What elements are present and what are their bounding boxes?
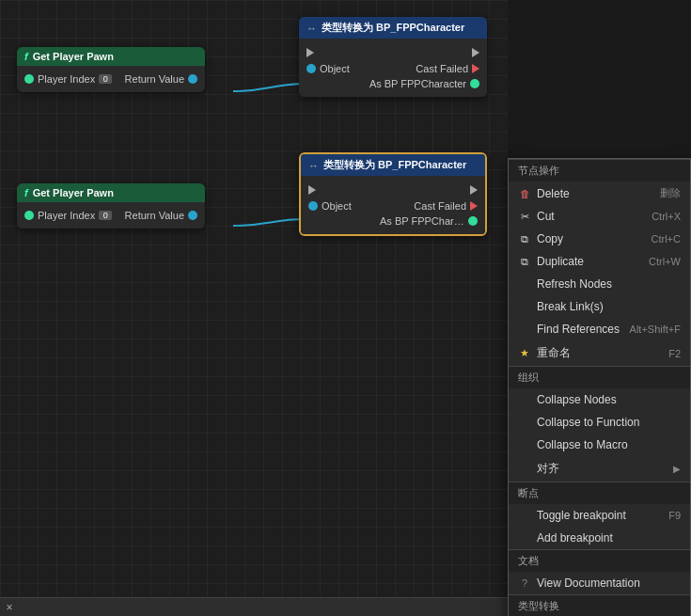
cast-title-1: 类型转换为 BP_FPPCharacter [322,21,464,35]
object-in-pin-2 [308,201,318,211]
align-icon [518,463,531,476]
cast-failed-pin-1 [472,64,479,73]
refresh-icon [518,277,531,291]
exec-out-pin-2 [470,185,478,195]
node-header-2: f Get Player Pawn [17,183,205,202]
ctx-collapse-macro[interactable]: Collapse to Macro [509,434,690,456]
cast-exec-row-1 [299,44,487,61]
node-row-player-index-2: Player Index 0 Return Value [17,208,205,223]
ctx-rename[interactable]: ★ 重命名 F2 [509,340,690,366]
cast-arrow-icon-1: ↔ [306,23,317,34]
get-player-pawn-node-1[interactable]: f Get Player Pawn Player Index 0 Return … [17,47,205,92]
node-header-1: f Get Player Pawn [17,47,205,66]
cast-failed-label-2: Cast Failed [414,200,466,212]
return-value-label-2: Return Value [125,210,184,221]
ctx-collapse-function[interactable]: Collapse to Function [509,411,690,434]
player-index-value-1: 0 [99,74,112,84]
exec-in-pin-1 [306,48,314,57]
player-index-label-1: Player Index [38,73,95,85]
cast-title-2: 类型转换为 BP_FPPCharacter [323,158,466,172]
collapse-macro-icon [518,438,531,451]
as-bp-label-2: As BP FPPCharacter [380,215,464,227]
node-title-2: Get Player Pawn [33,187,114,198]
cast-failed-label-1: Cast Failed [416,63,468,74]
breakpoint-icon [518,509,531,522]
cast-as-row-2: As BP FPPCharacter [301,213,485,229]
object-in-pin-1 [306,64,316,73]
tab-bar: × [0,597,508,616]
node-body-2: Player Index 0 Return Value [17,202,205,229]
break-links-icon [518,300,531,313]
node-body-1: Player Index 0 Return Value [17,66,205,92]
context-menu: 节点操作 🗑 Delete 删除 ✂ Cut Ctrl+X ⧉ Copy Ctr… [508,158,691,616]
delete-icon: 🗑 [518,187,531,200]
ctx-copy[interactable]: ⧉ Copy Ctrl+C [509,228,690,250]
ctx-align[interactable]: 对齐 ▶ [509,456,690,482]
cast-failed-pin-2 [470,201,478,211]
rename-icon: ★ [518,347,531,360]
cast-exec-row-2 [301,182,485,198]
cast-body-1: Object Cast Failed As BP FPPCharacter [299,39,487,97]
blueprint-canvas[interactable]: f Get Player Pawn Player Index 0 Return … [0,0,508,616]
object-label-1: Object [320,63,350,74]
as-bp-pin-2 [468,216,478,226]
as-bp-label-1: As BP FPPCharacter [369,78,466,89]
player-index-pin-2 [24,211,34,220]
cast-object-row-1: Object Cast Failed [299,61,487,76]
documentation-icon: ? [518,577,531,590]
node-row-player-index-1: Player Index 0 Return Value [17,71,205,87]
ctx-section-cast: 类型转换 [509,594,690,616]
return-value-pin-2 [188,211,197,220]
ctx-section-breakpoint: 断点 [509,482,690,504]
as-bp-pin-1 [470,79,479,88]
function-icon-2: f [24,187,28,198]
ctx-view-documentation[interactable]: ? View Documentation [509,572,690,594]
ctx-section-documentation: 文档 [509,549,690,572]
player-index-value-2: 0 [99,211,112,220]
add-breakpoint-icon [518,531,531,545]
cast-body-2: Object Cast Failed As BP FPPCharacter [301,176,485,234]
function-icon: f [24,51,28,62]
return-value-label-1: Return Value [125,73,184,85]
cast-header-1: ↔ 类型转换为 BP_FPPCharacter [299,17,487,39]
ctx-break-links[interactable]: Break Link(s) [509,295,690,318]
submenu-arrow-align: ▶ [673,464,681,474]
player-index-pin-1 [24,74,34,84]
duplicate-icon: ⧉ [518,255,531,268]
cut-icon: ✂ [518,210,531,223]
object-label-2: Object [322,200,352,212]
ctx-section-group: 组织 [509,366,690,388]
copy-icon: ⧉ [518,232,531,245]
ctx-refresh-nodes[interactable]: Refresh Nodes [509,273,690,295]
tab-close-button[interactable]: × [0,598,19,617]
cast-header-2: ↔ 类型转换为 BP_FPPCharacter [301,154,485,176]
ctx-delete[interactable]: 🗑 Delete 删除 [509,182,690,205]
return-value-pin-1 [188,74,197,84]
ctx-find-references[interactable]: Find References Alt+Shift+F [509,318,690,340]
ctx-collapse-nodes[interactable]: Collapse Nodes [509,388,690,411]
cast-node-2[interactable]: ↔ 类型转换为 BP_FPPCharacter Object Cast Fail… [299,152,487,236]
cast-object-row-2: Object Cast Failed [301,198,485,213]
exec-in-pin-2 [308,185,316,195]
exec-out-pin-1 [472,48,479,57]
ctx-duplicate[interactable]: ⧉ Duplicate Ctrl+W [509,250,690,273]
collapse-function-icon [518,416,531,429]
ctx-toggle-breakpoint[interactable]: Toggle breakpoint F9 [509,504,690,527]
player-index-label-2: Player Index [38,210,95,221]
cast-as-row-1: As BP FPPCharacter [299,76,487,91]
node-title-1: Get Player Pawn [33,51,114,62]
ctx-cut[interactable]: ✂ Cut Ctrl+X [509,205,690,228]
collapse-nodes-icon [518,393,531,406]
ctx-add-breakpoint[interactable]: Add breakpoint [509,527,690,549]
cast-node-1[interactable]: ↔ 类型转换为 BP_FPPCharacter Object Cast Fail… [299,17,487,97]
get-player-pawn-node-2[interactable]: f Get Player Pawn Player Index 0 Return … [17,183,205,229]
cast-arrow-icon-2: ↔ [308,160,319,171]
find-icon [518,323,531,336]
ctx-section-node-ops: 节点操作 [509,159,690,182]
